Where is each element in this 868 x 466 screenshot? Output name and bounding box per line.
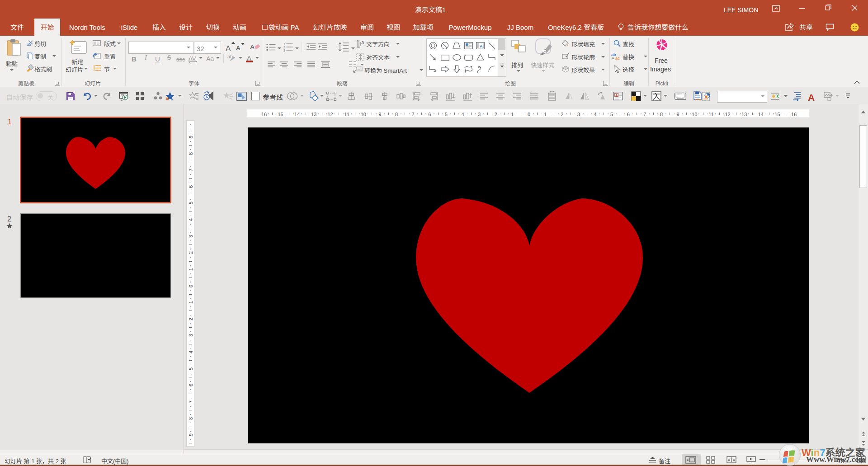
svg-text:ac: ac: [615, 55, 620, 61]
svg-text:A: A: [615, 92, 618, 97]
svg-text:A: A: [361, 39, 364, 46]
svg-text:3: 3: [283, 48, 285, 52]
svg-text:A: A: [480, 43, 483, 49]
